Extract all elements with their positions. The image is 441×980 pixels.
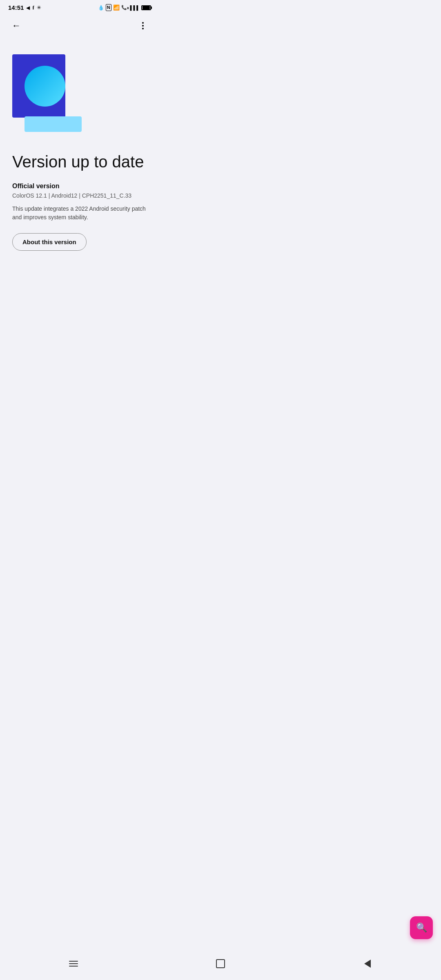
back-arrow-icon: ← xyxy=(12,20,21,31)
location-arrow-icon: ◀ xyxy=(26,5,30,11)
dot-icon xyxy=(142,28,144,29)
wifi-icon: 📶 xyxy=(113,4,120,11)
water-drop-icon: 💧 xyxy=(98,5,104,11)
toolbar: ← xyxy=(0,13,159,38)
version-label: Official version xyxy=(12,183,147,190)
update-description: This update integrates a 2022 Android se… xyxy=(12,205,147,222)
facebook-icon: f xyxy=(32,4,34,11)
about-version-button[interactable]: About this version xyxy=(12,233,87,251)
version-details: ColorOS 12.1 | Android12 | CPH2251_11_C.… xyxy=(12,192,147,199)
dot-icon xyxy=(142,22,144,24)
nfc-icon: N xyxy=(106,4,111,11)
windmill-icon: ✳ xyxy=(37,4,41,11)
back-button[interactable]: ← xyxy=(8,18,24,34)
coloros-logo xyxy=(12,54,82,132)
logo-circle xyxy=(24,66,65,107)
status-bar: 14:51 ◀ f ✳ 💧 N 📶 📞₂ ▌▌▌ xyxy=(0,0,159,13)
logo-bar xyxy=(24,116,82,132)
content-section: Version up to date Official version Colo… xyxy=(0,140,159,259)
phone-signal-icon: 📞₂ xyxy=(121,5,129,10)
signal-bars-icon: ▌▌▌ xyxy=(130,5,140,10)
dot-icon xyxy=(142,25,144,27)
status-time: 14:51 xyxy=(8,4,24,11)
more-options-button[interactable] xyxy=(135,18,151,34)
main-title: Version up to date xyxy=(12,152,147,171)
battery-icon xyxy=(141,5,151,10)
logo-section xyxy=(0,38,159,140)
